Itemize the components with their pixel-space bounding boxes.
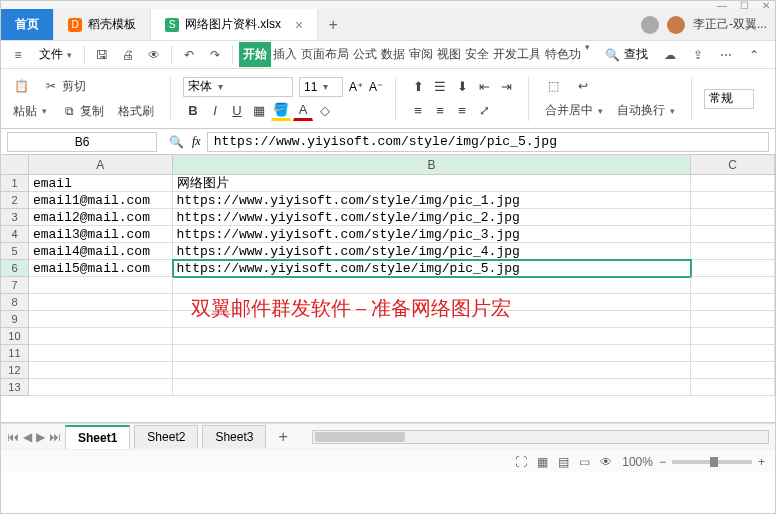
file-menu[interactable]: 文件 ▾ (33, 44, 78, 65)
cell[interactable] (173, 311, 692, 328)
row-header[interactable]: 9 (1, 311, 29, 328)
row-header[interactable]: 1 (1, 175, 29, 192)
row-header[interactable]: 10 (1, 328, 29, 345)
collapse-ribbon-icon[interactable]: ⌃ (743, 45, 765, 65)
zoom-in-icon[interactable]: + (758, 455, 765, 469)
notification-icon[interactable] (641, 16, 659, 34)
wrap-button[interactable]: 自动换行▾ (613, 100, 679, 121)
cell[interactable] (691, 362, 775, 379)
user-avatar[interactable] (667, 16, 685, 34)
cell[interactable] (173, 277, 692, 294)
cell[interactable] (691, 209, 775, 226)
cell[interactable] (691, 192, 775, 209)
col-header-c[interactable]: C (691, 155, 775, 174)
row-header[interactable]: 11 (1, 345, 29, 362)
fx-search-icon[interactable]: 🔍 (169, 135, 184, 149)
tab-file[interactable]: S 网络图片资料.xlsx × (151, 9, 318, 40)
cell[interactable] (691, 226, 775, 243)
fill-color-button[interactable]: 🪣 (271, 101, 291, 121)
cell[interactable]: email4@mail.com (29, 243, 173, 260)
row-header[interactable]: 2 (1, 192, 29, 209)
merge-button[interactable]: 合并居中▾ (541, 100, 607, 121)
tab-home[interactable]: 首页 (1, 9, 54, 40)
tab-add-button[interactable]: + (318, 9, 348, 40)
tab-close-icon[interactable]: × (295, 17, 303, 33)
italic-button[interactable]: I (205, 101, 225, 121)
cloud-icon[interactable]: ☁ (659, 45, 681, 65)
cell[interactable]: https://www.yiyisoft.com/style/img/pic_4… (173, 243, 692, 260)
font-color-button[interactable]: A (293, 101, 313, 121)
size-select[interactable]: 11▾ (299, 77, 343, 97)
cell[interactable] (29, 328, 173, 345)
row-header[interactable]: 12 (1, 362, 29, 379)
cell[interactable] (691, 328, 775, 345)
align-right-icon[interactable]: ≡ (452, 101, 472, 121)
row-header[interactable]: 5 (1, 243, 29, 260)
maximize-icon[interactable]: ☐ (739, 1, 749, 9)
cell[interactable] (691, 379, 775, 396)
close-icon[interactable]: ✕ (761, 1, 771, 9)
align-center-icon[interactable]: ≡ (430, 101, 450, 121)
save-icon[interactable]: 🖫 (91, 45, 113, 65)
sheet-tab-2[interactable]: Sheet2 (134, 425, 198, 448)
minimize-icon[interactable]: — (717, 1, 727, 9)
rtab-layout[interactable]: 页面布局 (299, 42, 351, 67)
col-header-b[interactable]: B (173, 155, 692, 174)
cell[interactable] (29, 362, 173, 379)
sheet-tab-3[interactable]: Sheet3 (202, 425, 266, 448)
merge-icon[interactable]: ⬚ (541, 76, 565, 96)
cell[interactable]: email3@mail.com (29, 226, 173, 243)
sheet-tab-1[interactable]: Sheet1 (65, 425, 130, 449)
increase-font-icon[interactable]: A⁺ (349, 80, 363, 94)
sheet-nav-next-icon[interactable]: ▶ (36, 430, 45, 444)
print-icon[interactable]: 🖨 (117, 45, 139, 65)
row-header[interactable]: 7 (1, 277, 29, 294)
cut-button[interactable]: ✂剪切 (39, 76, 90, 97)
cell[interactable] (691, 260, 775, 277)
rtab-security[interactable]: 安全 (463, 42, 491, 67)
cell[interactable] (691, 243, 775, 260)
select-all-corner[interactable] (1, 155, 29, 174)
indent-dec-icon[interactable]: ⇤ (474, 77, 494, 97)
cell[interactable] (173, 379, 692, 396)
preview-icon[interactable]: 👁 (143, 45, 165, 65)
row-header[interactable]: 8 (1, 294, 29, 311)
rtab-review[interactable]: 审阅 (407, 42, 435, 67)
cell[interactable]: 网络图片 (173, 175, 692, 192)
cell[interactable]: https://www.yiyisoft.com/style/img/pic_2… (173, 209, 692, 226)
cell[interactable] (29, 379, 173, 396)
rtab-start[interactable]: 开始 (239, 42, 271, 67)
clear-format-button[interactable]: ◇ (315, 101, 335, 121)
view-reading-icon[interactable]: ▭ (579, 455, 590, 469)
fx-icon[interactable]: fx (192, 134, 201, 149)
cell[interactable] (691, 277, 775, 294)
copy-button[interactable]: ⧉复制 (57, 101, 108, 122)
bold-button[interactable]: B (183, 101, 203, 121)
border-button[interactable]: ▦ (249, 101, 269, 121)
number-format-select[interactable]: 常规 (704, 89, 754, 109)
indent-inc-icon[interactable]: ⇥ (496, 77, 516, 97)
cell[interactable] (173, 345, 692, 362)
underline-button[interactable]: U (227, 101, 247, 121)
cell[interactable]: email2@mail.com (29, 209, 173, 226)
rtab-dev[interactable]: 开发工具 (491, 42, 543, 67)
redo-icon[interactable]: ↷ (204, 45, 226, 65)
cell[interactable]: https://www.yiyisoft.com/style/img/pic_5… (173, 260, 692, 277)
row-header[interactable]: 4 (1, 226, 29, 243)
orientation-icon[interactable]: ⤢ (474, 101, 494, 121)
row-header[interactable]: 3 (1, 209, 29, 226)
align-bottom-icon[interactable]: ⬇ (452, 77, 472, 97)
rtab-view[interactable]: 视图 (435, 42, 463, 67)
cell[interactable] (691, 345, 775, 362)
cell[interactable] (173, 294, 692, 311)
cell[interactable] (29, 277, 173, 294)
zoom-slider[interactable] (672, 460, 752, 464)
cell[interactable] (691, 175, 775, 192)
cell[interactable] (691, 294, 775, 311)
horizontal-scrollbar[interactable] (312, 430, 769, 444)
sheet-nav-first-icon[interactable]: ⏮ (7, 430, 19, 444)
tab-docer[interactable]: D 稻壳模板 (54, 9, 151, 40)
formula-input[interactable] (207, 132, 769, 152)
row-header[interactable]: 6 (1, 260, 29, 277)
rtab-data[interactable]: 数据 (379, 42, 407, 67)
